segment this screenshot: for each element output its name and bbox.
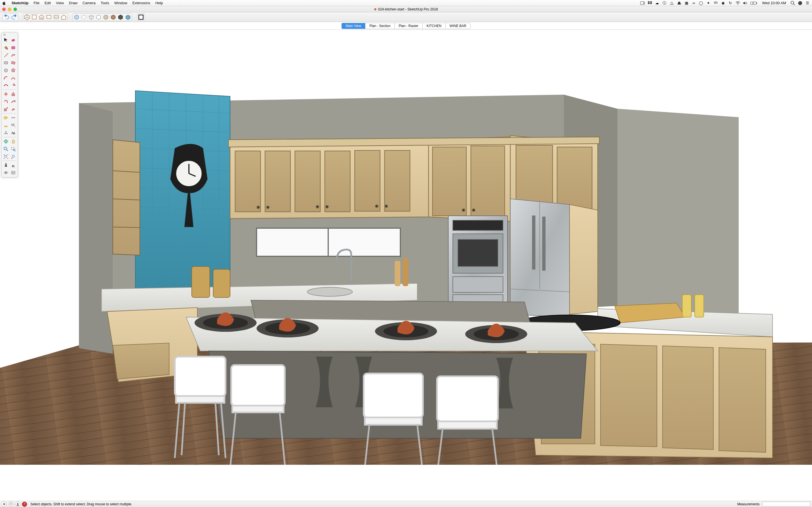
eraser-tool[interactable] <box>10 36 17 44</box>
glasses-icon[interactable]: 👓︎ <box>714 1 718 5</box>
scene-tab-plan-raster[interactable]: Plan - Raster <box>395 23 423 29</box>
menu-view[interactable]: View <box>53 1 66 5</box>
paint-bucket-tool[interactable] <box>2 44 10 51</box>
view-back-button[interactable] <box>53 14 60 20</box>
two-point-arc-tool[interactable] <box>10 74 17 82</box>
profile-button[interactable] <box>15 502 20 507</box>
view-iso-button[interactable] <box>23 14 31 20</box>
wifi-icon[interactable] <box>735 1 740 5</box>
screencast-icon[interactable] <box>640 1 645 5</box>
timemachine-icon[interactable]: ↻ <box>728 1 733 5</box>
select-tool[interactable] <box>2 36 10 44</box>
freehand-tool[interactable] <box>10 51 17 59</box>
circle-tool[interactable] <box>2 66 10 74</box>
menu-draw[interactable]: Draw <box>66 1 80 5</box>
measurements-input[interactable] <box>762 502 810 506</box>
menu-extensions[interactable]: Extensions <box>130 1 153 5</box>
previous-view-tool[interactable] <box>10 153 17 160</box>
palette-close-dot[interactable] <box>2 33 17 36</box>
circle-i-icon[interactable]: ⓘ <box>662 1 667 5</box>
view-right-button[interactable] <box>45 14 53 20</box>
window-minimize-button[interactable] <box>8 8 11 11</box>
menu-tools[interactable]: Tools <box>98 1 112 5</box>
material-tool[interactable] <box>10 44 17 51</box>
scene-tab-kitchen[interactable]: KITCHEN <box>423 23 446 29</box>
style-section-button[interactable] <box>137 14 145 20</box>
style-shaded-button[interactable] <box>102 14 110 20</box>
arc-tool[interactable] <box>2 74 10 82</box>
view-top-button[interactable] <box>31 14 38 20</box>
dimension-tool[interactable] <box>10 114 17 121</box>
menubar-app-name[interactable]: SketchUp <box>9 1 31 5</box>
view-left-button[interactable] <box>60 14 67 20</box>
style-shaded2-button[interactable] <box>124 14 132 20</box>
walk-tool[interactable] <box>10 161 17 169</box>
redo-button[interactable] <box>10 14 18 20</box>
style-xray-button[interactable] <box>73 14 80 20</box>
style-mono-button[interactable] <box>117 14 124 20</box>
axes-tool[interactable] <box>2 129 10 136</box>
menu-window[interactable]: Window <box>112 1 130 5</box>
menubar-clock[interactable]: Wed 10:00 AM <box>760 1 788 5</box>
3d-text-tool[interactable]: AA <box>10 129 17 136</box>
siri-icon[interactable] <box>798 1 802 5</box>
style-backedges-button[interactable] <box>80 14 88 20</box>
protractor-tool[interactable] <box>2 121 10 129</box>
polygon-tool[interactable] <box>10 66 17 74</box>
style-wireframe-button[interactable] <box>88 14 95 20</box>
credits-button[interactable]: ⓘ <box>8 502 13 507</box>
dropbox-icon[interactable] <box>648 1 652 5</box>
window-close-button[interactable] <box>2 8 6 11</box>
zoom-tool[interactable] <box>2 145 10 153</box>
look-around-tool[interactable] <box>2 169 10 176</box>
tape-measure-tool[interactable] <box>2 114 10 121</box>
pie-tool[interactable] <box>10 82 17 89</box>
rotate-tool[interactable] <box>2 98 10 105</box>
followme-tool[interactable] <box>10 98 17 105</box>
orbit-tool[interactable] <box>2 137 10 145</box>
window-zoom-button[interactable] <box>13 8 17 11</box>
model-viewport[interactable] <box>0 30 812 465</box>
menu-edit[interactable]: Edit <box>42 1 53 5</box>
help-tip-button[interactable]: ? <box>22 502 27 507</box>
pushpull-tool[interactable] <box>10 90 17 98</box>
flame-icon[interactable]: ⧋ <box>670 1 674 5</box>
position-camera-tool[interactable] <box>2 161 10 169</box>
notification-center-icon[interactable]: ☰ <box>805 1 810 5</box>
volume-icon[interactable] <box>743 1 748 5</box>
geo-location-button[interactable]: ⊕ <box>2 502 7 507</box>
move-tool[interactable] <box>2 90 10 98</box>
three-point-arc-tool[interactable] <box>2 82 10 89</box>
scene-tab-wine-bar[interactable]: WINE BAR <box>446 23 470 29</box>
scale-tool[interactable] <box>2 105 10 113</box>
large-tool-set-palette[interactable]: A1 AA <box>1 32 18 177</box>
view-front-button[interactable] <box>38 14 45 20</box>
grid-icon[interactable]: ▦ <box>684 1 689 5</box>
text-tool[interactable]: A1 <box>10 121 17 129</box>
record-icon[interactable]: ◉ <box>721 1 725 5</box>
hat-icon[interactable] <box>677 1 681 5</box>
undo-button[interactable] <box>3 14 10 20</box>
line-tool[interactable] <box>2 51 10 59</box>
style-textured-button[interactable] <box>110 14 117 20</box>
scene-tab-main-view[interactable]: Main View <box>342 23 365 29</box>
section-plane-tool[interactable] <box>10 169 17 176</box>
infinity-icon[interactable]: ∞ <box>692 1 696 5</box>
battery-icon[interactable] <box>750 1 758 5</box>
menu-file[interactable]: File <box>31 1 42 5</box>
pan-tool[interactable] <box>10 137 17 145</box>
scene-tab-plan-section[interactable]: Plan - Section <box>365 23 395 29</box>
style-hiddenline-button[interactable] <box>95 14 102 20</box>
menu-help[interactable]: Help <box>153 1 165 5</box>
svg-point-61 <box>257 206 260 209</box>
circle-icon[interactable]: ◯ <box>699 1 703 5</box>
menu-camera[interactable]: Camera <box>80 1 98 5</box>
rotated-rectangle-tool[interactable] <box>10 59 17 66</box>
spotlight-icon[interactable] <box>791 1 795 5</box>
zoom-window-tool[interactable] <box>10 145 17 153</box>
cloud-icon[interactable]: ☁︎ <box>655 1 659 5</box>
rectangle-tool[interactable] <box>2 59 10 66</box>
zoom-extents-tool[interactable] <box>2 153 10 160</box>
offset-tool[interactable] <box>10 105 17 113</box>
evernote-icon[interactable]: ✦ <box>706 1 711 5</box>
